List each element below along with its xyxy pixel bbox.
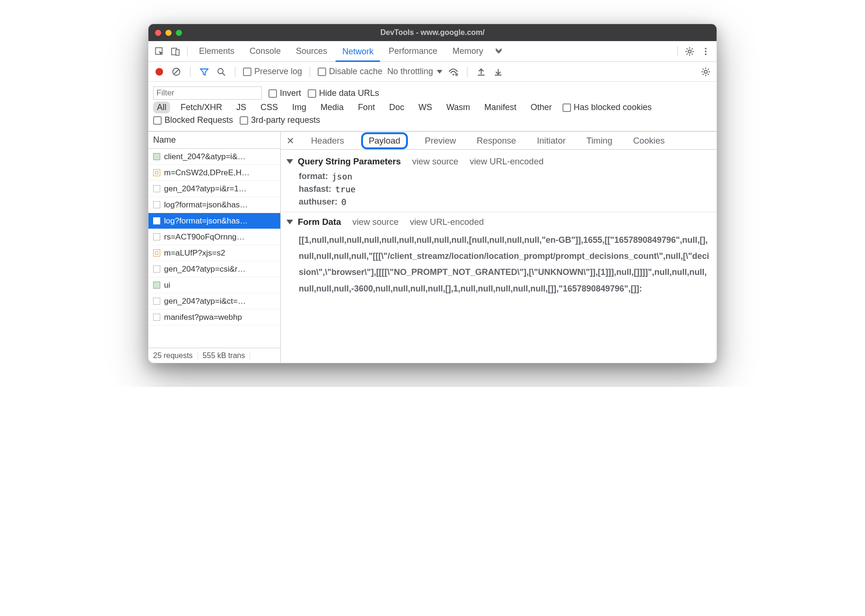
formdata-collapse-icon[interactable] (286, 220, 293, 224)
close-window-button[interactable] (155, 30, 161, 36)
request-row[interactable]: ui (148, 277, 280, 293)
blocked-requests-checkbox[interactable]: Blocked Requests (153, 115, 233, 125)
request-row[interactable]: gen_204?atyp=i&ct=… (148, 293, 280, 309)
resource-type-icon (153, 201, 160, 208)
detail-tab-headers[interactable]: Headers (307, 134, 348, 147)
close-detail-icon[interactable]: ✕ (286, 135, 294, 146)
upload-har-icon[interactable] (475, 66, 487, 78)
qsp-collapse-icon[interactable] (286, 159, 293, 164)
qsp-view-url-encoded[interactable]: view URL-encoded (470, 156, 544, 167)
svg-point-3 (688, 50, 691, 52)
tab-performance[interactable]: Performance (382, 41, 444, 61)
kebab-menu-icon[interactable] (699, 44, 713, 59)
chevron-down-icon (437, 70, 442, 74)
svg-line-9 (692, 53, 692, 54)
record-button[interactable] (153, 66, 165, 78)
filter-all[interactable]: All (153, 102, 170, 113)
filter-js[interactable]: JS (233, 102, 250, 113)
window-title: DevTools - www.google.com/ (381, 28, 484, 37)
request-row[interactable]: log?format=json&has… (148, 197, 280, 213)
filter-bar: Invert Hide data URLs All Fetch/XHR JS C… (148, 82, 717, 131)
detail-tab-cookies[interactable]: Cookies (629, 134, 668, 147)
tab-elements[interactable]: Elements (192, 41, 241, 61)
qsp-title: Query String Parameters (298, 156, 401, 167)
device-toolbar-icon[interactable] (168, 44, 182, 59)
formdata-view-source[interactable]: view source (353, 217, 399, 227)
throttling-dropdown[interactable]: No throttling (387, 67, 442, 77)
tab-sources[interactable]: Sources (289, 41, 334, 61)
detail-tab-timing[interactable]: Timing (583, 134, 616, 147)
request-row[interactable]: log?format=json&has… (148, 213, 280, 229)
request-row[interactable]: m=aLUfP?xjs=s2 (148, 245, 280, 261)
svg-rect-2 (176, 50, 179, 55)
network-conditions-icon[interactable] (447, 66, 459, 78)
preserve-log-checkbox[interactable]: Preserve log (243, 67, 302, 77)
fullscreen-window-button[interactable] (176, 30, 182, 36)
more-tabs-icon[interactable] (492, 44, 506, 59)
svg-line-30 (708, 74, 709, 75)
tab-memory[interactable]: Memory (446, 41, 490, 61)
tab-network[interactable]: Network (336, 42, 380, 62)
svg-point-13 (705, 51, 707, 52)
download-har-icon[interactable] (492, 66, 504, 78)
gear-icon[interactable] (683, 44, 697, 59)
formdata-view-url-encoded[interactable]: view URL-encoded (410, 217, 484, 227)
filter-font[interactable]: Font (354, 102, 379, 113)
svg-point-19 (452, 74, 454, 76)
filter-img[interactable]: Img (288, 102, 310, 113)
network-toolbar: Preserve log Disable cache No throttling (148, 62, 717, 82)
network-settings-gear-icon[interactable] (700, 66, 712, 78)
filter-fetch-xhr[interactable]: Fetch/XHR (177, 102, 226, 113)
svg-line-8 (687, 48, 688, 49)
resource-type-icon (153, 282, 160, 289)
invert-label: Invert (280, 88, 301, 98)
detail-tab-payload[interactable]: Payload (361, 132, 408, 149)
filter-css[interactable]: CSS (257, 102, 282, 113)
request-row[interactable]: gen_204?atyp=csi&r… (148, 261, 280, 277)
request-name: client_204?&atyp=i&… (164, 152, 245, 162)
inspect-element-icon[interactable] (152, 44, 166, 59)
svg-line-16 (174, 69, 179, 74)
main-tabbar: Elements Console Sources Network Perform… (148, 41, 717, 62)
name-column-header[interactable]: Name (148, 132, 280, 149)
request-name: ui (164, 281, 170, 290)
filter-doc[interactable]: Doc (385, 102, 408, 113)
request-name: rs=ACT90oFqOrnng… (164, 232, 245, 242)
formdata-body: [[1,null,null,null,null,null,null,null,n… (299, 232, 711, 297)
filter-other[interactable]: Other (527, 102, 556, 113)
filter-ws[interactable]: WS (415, 102, 436, 113)
disable-cache-checkbox[interactable]: Disable cache (318, 67, 382, 77)
filter-media[interactable]: Media (317, 102, 347, 113)
svg-point-24 (704, 70, 707, 73)
clear-icon[interactable] (170, 66, 182, 78)
tab-console[interactable]: Console (243, 41, 287, 61)
qsp-view-source[interactable]: view source (412, 156, 458, 167)
search-icon[interactable] (215, 66, 227, 78)
minimize-window-button[interactable] (165, 30, 172, 36)
request-row[interactable]: gen_204?atyp=i&r=1… (148, 181, 280, 197)
filter-input[interactable] (153, 86, 262, 100)
detail-tab-initiator[interactable]: Initiator (533, 134, 570, 147)
resource-type-icon (153, 265, 160, 273)
svg-line-31 (703, 74, 704, 75)
request-row[interactable]: client_204?&atyp=i&… (148, 149, 280, 165)
has-blocked-cookies-checkbox[interactable]: Has blocked cookies (562, 103, 652, 112)
request-row[interactable]: m=CnSW2d,DPreE,H… (148, 165, 280, 181)
request-name: manifest?pwa=webhp (164, 313, 242, 322)
detail-tab-response[interactable]: Response (473, 134, 520, 147)
status-bar: 25 requests 555 kB trans (148, 348, 280, 363)
resource-type-icon (153, 169, 160, 176)
filter-manifest[interactable]: Manifest (481, 102, 520, 113)
third-party-checkbox[interactable]: 3rd-party requests (240, 115, 320, 125)
hide-data-urls-checkbox[interactable]: Hide data URLs (308, 88, 379, 98)
filter-icon[interactable] (198, 66, 210, 78)
resource-type-icon (153, 233, 160, 240)
request-row[interactable]: rs=ACT90oFqOrnng… (148, 229, 280, 245)
svg-point-14 (705, 53, 707, 55)
invert-checkbox[interactable]: Invert (268, 88, 301, 98)
resource-type-icon (153, 217, 160, 224)
filter-wasm[interactable]: Wasm (442, 102, 474, 113)
detail-tab-preview[interactable]: Preview (421, 134, 460, 147)
request-row[interactable]: manifest?pwa=webhp (148, 309, 280, 325)
request-name: m=CnSW2d,DPreE,H… (164, 168, 250, 178)
